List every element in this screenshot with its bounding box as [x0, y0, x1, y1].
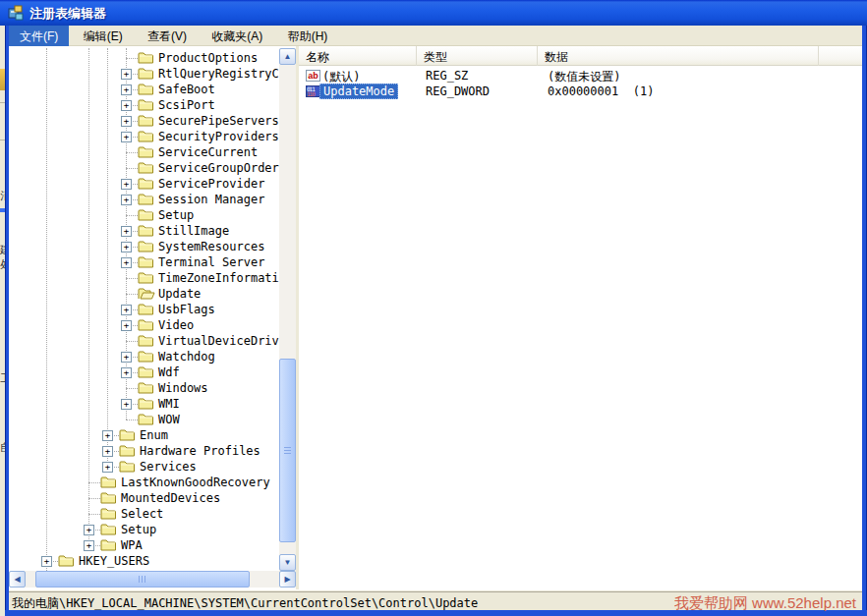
- tree-item-video[interactable]: +Video: [9, 317, 279, 333]
- expand-plus-icon[interactable]: +: [121, 116, 132, 127]
- tree-item-rtlqueryregistryconfig[interactable]: +RtlQueryRegistryConfig: [9, 66, 279, 82]
- expand-plus-icon[interactable]: +: [102, 430, 113, 441]
- value-name[interactable]: UpdateMode: [319, 84, 398, 99]
- title-bar[interactable]: 注册表编辑器: [0, 0, 867, 26]
- tree-item-label[interactable]: SecurePipeServers: [158, 114, 279, 128]
- expand-plus-icon[interactable]: +: [121, 84, 132, 95]
- column-header-data[interactable]: 数据: [538, 46, 819, 66]
- scroll-right-button[interactable]: ▶: [279, 571, 296, 588]
- expand-plus-icon[interactable]: +: [84, 525, 94, 535]
- tree-item-mounteddevices[interactable]: MountedDevices: [9, 490, 279, 506]
- scroll-left-button[interactable]: ◀: [9, 571, 26, 588]
- tree-item-timezoneinformation[interactable]: TimeZoneInformation: [9, 270, 279, 286]
- tree-item-label[interactable]: ServiceProvider: [158, 177, 264, 191]
- expand-plus-icon[interactable]: +: [121, 132, 132, 142]
- tree-item-label[interactable]: Services: [140, 460, 197, 474]
- tree-item-label[interactable]: Windows: [158, 381, 208, 395]
- tree-item-servicegrouporder[interactable]: ServiceGroupOrder: [9, 160, 279, 176]
- tree-item-usbflags[interactable]: +UsbFlags: [9, 302, 279, 317]
- tree-item-label[interactable]: ServiceCurrent: [158, 145, 258, 159]
- expand-plus-icon[interactable]: +: [121, 257, 132, 268]
- column-header-type[interactable]: 类型: [417, 46, 538, 66]
- tree-item-label[interactable]: Setup: [121, 523, 156, 536]
- tree-item-virtualdevicedrivers[interactable]: VirtualDeviceDrivers: [9, 333, 279, 349]
- vertical-scroll-thumb[interactable]: [279, 359, 296, 542]
- tree-item-label[interactable]: Terminal Server: [158, 255, 264, 269]
- scroll-down-button[interactable]: ▼: [279, 554, 296, 571]
- tree-item-setup[interactable]: +Setup: [9, 522, 279, 537]
- tree-item-label[interactable]: SafeBoot: [158, 83, 215, 96]
- expand-plus-icon[interactable]: +: [121, 399, 132, 410]
- tree-item-label[interactable]: WOW: [158, 413, 180, 426]
- tree-item-select[interactable]: Select: [9, 506, 279, 522]
- tree-item-serviceprovider[interactable]: +ServiceProvider: [9, 176, 279, 192]
- expand-plus-icon[interactable]: +: [121, 69, 132, 80]
- tree-item-update[interactable]: Update: [9, 286, 279, 302]
- tree-item-servicecurrent[interactable]: ServiceCurrent: [9, 144, 279, 160]
- tree-item-label[interactable]: Select: [121, 507, 163, 521]
- tree-item-terminal-server[interactable]: +Terminal Server: [9, 254, 279, 270]
- tree-item-productoptions[interactable]: ProductOptions: [9, 50, 279, 66]
- tree-item-label[interactable]: Video: [158, 318, 194, 332]
- tree-item-wmi[interactable]: +WMI: [9, 396, 279, 412]
- tree-item-label[interactable]: Update: [158, 287, 201, 301]
- tree-item-session-manager[interactable]: +Session Manager: [9, 192, 279, 207]
- tree-item-label[interactable]: Setup: [158, 208, 194, 222]
- tree-item-wow[interactable]: WOW: [9, 412, 279, 427]
- tree-item-scsiport[interactable]: +ScsiPort: [9, 97, 279, 113]
- tree-item-label[interactable]: HKEY_USERS: [79, 554, 149, 568]
- tree-item-hardware-profiles[interactable]: +Hardware Profiles: [9, 443, 279, 459]
- tree-item-stillimage[interactable]: +StillImage: [9, 223, 279, 239]
- expand-plus-icon[interactable]: +: [102, 462, 113, 473]
- expand-plus-icon[interactable]: +: [102, 446, 113, 457]
- tree-item-label[interactable]: Watchdog: [158, 350, 215, 364]
- tree-item-wpa[interactable]: +WPA: [9, 537, 279, 553]
- tree-item-securepipeservers[interactable]: +SecurePipeServers: [9, 113, 279, 129]
- expand-plus-icon[interactable]: +: [121, 320, 132, 331]
- tree-item-label[interactable]: TimeZoneInformation: [158, 271, 279, 285]
- expand-plus-icon[interactable]: +: [121, 179, 132, 190]
- expand-plus-icon[interactable]: +: [41, 556, 52, 567]
- tree-item-label[interactable]: ScsiPort: [158, 98, 215, 112]
- registry-value-row[interactable]: 011110UpdateModeREG_DWORD0x00000001 (1): [299, 84, 862, 99]
- tree-item-label[interactable]: StillImage: [158, 224, 229, 238]
- expand-plus-icon[interactable]: +: [121, 305, 132, 315]
- expand-plus-icon[interactable]: +: [121, 242, 132, 252]
- tree-item-label[interactable]: WMI: [158, 397, 180, 411]
- tree-item-setup[interactable]: Setup: [9, 207, 279, 223]
- scroll-up-button[interactable]: ▲: [279, 48, 296, 65]
- tree-item-services[interactable]: +Services: [9, 459, 279, 475]
- tree-vertical-scrollbar[interactable]: ▲ ▼: [279, 48, 296, 571]
- registry-value-row[interactable]: ab(默认)REG_SZ(数值未设置): [299, 68, 862, 84]
- tree-item-label[interactable]: Enum: [140, 428, 168, 442]
- tree-item-label[interactable]: UsbFlags: [158, 303, 215, 316]
- tree-horizontal-scrollbar[interactable]: ◀ ▶: [9, 571, 296, 588]
- tree-item-label[interactable]: WPA: [121, 538, 143, 552]
- tree-item-label[interactable]: RtlQueryRegistryConfig: [158, 67, 279, 81]
- horizontal-scroll-thumb[interactable]: [35, 571, 250, 588]
- expand-plus-icon[interactable]: +: [121, 100, 132, 111]
- tree-item-windows[interactable]: Windows: [9, 380, 279, 396]
- expand-plus-icon[interactable]: +: [121, 226, 132, 237]
- tree-item-label[interactable]: Wdf: [158, 365, 180, 379]
- tree-item-label[interactable]: LastKnownGoodRecovery: [121, 476, 270, 489]
- tree-item-label[interactable]: ProductOptions: [158, 51, 258, 65]
- expand-plus-icon[interactable]: +: [84, 540, 94, 551]
- tree-item-hkey_users[interactable]: +HKEY_USERS: [9, 553, 279, 569]
- tree-item-securityproviders[interactable]: +SecurityProviders: [9, 129, 279, 144]
- tree-item-label[interactable]: SecurityProviders: [158, 130, 279, 143]
- tree-item-label[interactable]: MountedDevices: [121, 491, 220, 505]
- tree-item-label[interactable]: SystemResources: [158, 240, 264, 253]
- tree-item-lastknowngoodrecovery[interactable]: LastKnownGoodRecovery: [9, 475, 279, 490]
- expand-plus-icon[interactable]: +: [121, 352, 132, 363]
- expand-plus-icon[interactable]: +: [121, 367, 132, 378]
- tree-item-wdf[interactable]: +Wdf: [9, 364, 279, 380]
- tree-item-label[interactable]: Hardware Profiles: [140, 444, 260, 458]
- tree-item-label[interactable]: VirtualDeviceDrivers: [158, 334, 279, 348]
- tree-item-label[interactable]: ServiceGroupOrder: [158, 161, 279, 175]
- column-header-name[interactable]: 名称: [299, 46, 417, 66]
- tree-item-enum[interactable]: +Enum: [9, 427, 279, 443]
- tree-item-systemresources[interactable]: +SystemResources: [9, 239, 279, 254]
- tree-item-safeboot[interactable]: +SafeBoot: [9, 82, 279, 97]
- tree-item-label[interactable]: Session Manager: [158, 193, 264, 206]
